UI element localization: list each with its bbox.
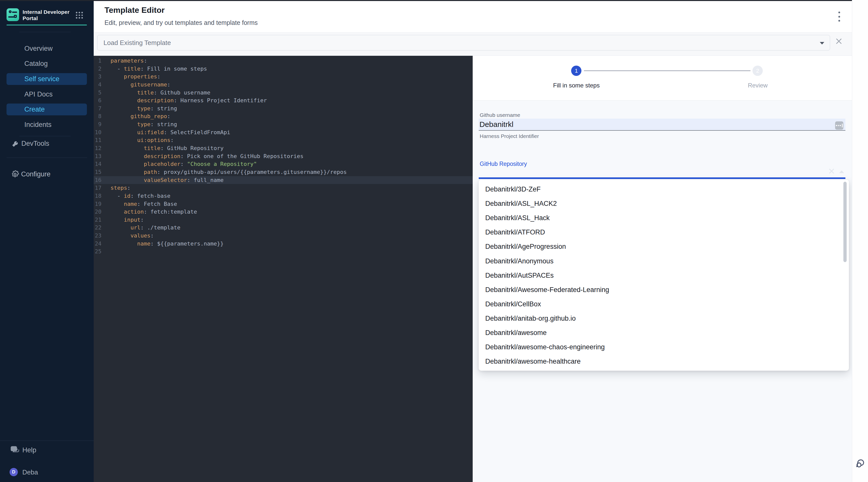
code-line: 24 name: ${{parameters.name}} bbox=[94, 240, 473, 248]
repo-option[interactable]: Debanitrkl/Awesome-Federated-Learning bbox=[479, 283, 849, 297]
line-number: 16 bbox=[94, 176, 101, 184]
github-repository-label: GitHub Repository bbox=[480, 160, 527, 168]
page-title: Template Editor bbox=[104, 5, 164, 15]
step-2-label: Review bbox=[720, 82, 796, 89]
repo-option[interactable]: Debanitrkl/ASL_Hack bbox=[479, 211, 849, 225]
sidebar-item-incidents[interactable]: Incidents bbox=[0, 117, 94, 132]
repo-option[interactable]: Debanitrkl/Anonymous bbox=[479, 254, 849, 268]
line-number: 15 bbox=[94, 168, 101, 176]
code-line: 15 path: proxy/github-api/users/{{parame… bbox=[94, 168, 473, 176]
step-1-circle: 1 bbox=[571, 66, 582, 76]
sidebar-nav: OverviewCatalogSelf serviceAPI DocsCreat… bbox=[0, 41, 94, 132]
stepper-connector bbox=[584, 70, 750, 71]
line-number: 3 bbox=[94, 72, 101, 81]
line-number: 8 bbox=[94, 112, 101, 120]
close-button[interactable] bbox=[835, 37, 843, 45]
code-line: 21 input: bbox=[94, 216, 473, 224]
line-number: 19 bbox=[94, 200, 101, 208]
svg-text:?: ? bbox=[13, 447, 14, 450]
editor-and-preview: 1parameters:2 - title: Fill in some step… bbox=[94, 56, 852, 482]
repo-option[interactable]: Debanitrkl/3D-ZeF bbox=[479, 182, 849, 197]
gear-icon bbox=[11, 170, 19, 178]
code-line: 14 placeholder: "Choose a Repository" bbox=[94, 160, 473, 168]
line-number: 5 bbox=[94, 89, 101, 97]
brand[interactable]: Internal Developer Portal bbox=[6, 8, 89, 21]
code-line: 5 title: Github username bbox=[94, 89, 473, 97]
autofill-manager-icon[interactable] bbox=[835, 121, 843, 130]
line-number: 24 bbox=[94, 240, 101, 248]
sidebar-item-label: Incidents bbox=[6, 119, 87, 131]
repo-option[interactable]: Debanitrkl/AgeProgression bbox=[479, 240, 849, 254]
line-number: 25 bbox=[94, 247, 101, 255]
sidebar-item-help[interactable]: ? Help bbox=[0, 444, 94, 456]
help-chat-icon: ? bbox=[10, 446, 19, 454]
line-number: 2 bbox=[94, 65, 101, 73]
code-line: 13 description: Pick one of the GitHub R… bbox=[94, 152, 473, 160]
template-load-bar: Load Existing Template bbox=[94, 33, 852, 56]
code-line: 4 gitusername: bbox=[94, 81, 473, 89]
sidebar-item-label: API Docs bbox=[6, 88, 87, 100]
yaml-code-editor[interactable]: 1parameters:2 - title: Fill in some step… bbox=[94, 56, 473, 482]
repo-option[interactable]: Debanitrkl/awesome-healthcare bbox=[479, 354, 849, 369]
code-line: 16 valueSelector: full_name bbox=[94, 176, 473, 184]
sidebar-item-api-docs[interactable]: API Docs bbox=[0, 87, 94, 102]
repo-option[interactable]: Debanitrkl/AutSPACEs bbox=[479, 268, 849, 283]
kebab-menu-icon[interactable] bbox=[836, 11, 842, 22]
code-line: 7 type: string bbox=[94, 104, 473, 113]
code-line: 2 - title: Fill in some steps bbox=[94, 65, 473, 73]
sidebar-item-catalog[interactable]: Catalog bbox=[0, 56, 94, 71]
dropdown-open-icon[interactable] bbox=[839, 170, 844, 173]
code-line: 8 github_repo: bbox=[94, 112, 473, 120]
load-template-select[interactable]: Load Existing Template bbox=[97, 35, 830, 51]
code-line: 19 name: Fetch Base bbox=[94, 200, 473, 208]
line-number: 12 bbox=[94, 144, 101, 152]
chat-widget-icon[interactable] bbox=[855, 457, 867, 470]
line-number: 22 bbox=[94, 224, 101, 232]
sidebar-item-overview[interactable]: Overview bbox=[0, 41, 94, 56]
sidebar-item-create[interactable]: Create bbox=[0, 102, 94, 117]
right-gutter bbox=[852, 0, 868, 482]
divider bbox=[6, 157, 87, 158]
line-number: 17 bbox=[94, 184, 101, 192]
repo-option[interactable]: Debanitrkl/anitab-org.github.io bbox=[479, 311, 849, 326]
load-template-placeholder: Load Existing Template bbox=[103, 39, 171, 47]
repo-options-list: Debanitrkl/3D-ZeFDebanitrkl/ASL_HACK2Deb… bbox=[479, 182, 849, 369]
repo-option[interactable]: Debanitrkl/awesome-chaos-engineering bbox=[479, 340, 849, 354]
repo-option[interactable]: Debanitrkl/ASL_HACK2 bbox=[479, 197, 849, 211]
code-line: 3 properties: bbox=[94, 72, 473, 81]
line-number: 18 bbox=[94, 192, 101, 200]
code-line: 23 values: bbox=[94, 232, 473, 240]
repo-option[interactable]: Debanitrkl/CellBox bbox=[479, 297, 849, 311]
repo-option[interactable]: Debanitrkl/ATFORD bbox=[479, 225, 849, 240]
line-number: 10 bbox=[94, 128, 101, 137]
sidebar-item-self-service[interactable]: Self service bbox=[0, 71, 94, 87]
window-top-edge bbox=[0, 0, 852, 1]
sidebar-item-label: Overview bbox=[6, 43, 87, 55]
sidebar-item-devtools[interactable]: DevTools bbox=[0, 136, 94, 151]
clear-icon[interactable] bbox=[828, 168, 835, 174]
sidebar: Internal Developer Portal OverviewCatalo… bbox=[0, 0, 94, 482]
form-zone: Github username Harness Project Identifi… bbox=[473, 100, 852, 482]
code-line: 18 - id: fetch-base bbox=[94, 192, 473, 200]
code-line: 10 ui:field: SelectFieldFromApi bbox=[94, 128, 473, 137]
sidebar-item-label: Self service bbox=[6, 73, 87, 85]
wrench-icon bbox=[12, 140, 19, 147]
line-number: 21 bbox=[94, 216, 101, 224]
popup-scrollbar[interactable] bbox=[843, 182, 847, 262]
line-number: 14 bbox=[94, 160, 101, 168]
code-line: 1parameters: bbox=[94, 57, 473, 65]
sidebar-item-configure[interactable]: Configure bbox=[0, 167, 94, 182]
line-number: 9 bbox=[94, 120, 101, 128]
code-line: 17steps: bbox=[94, 184, 473, 192]
repo-select-focus-underline bbox=[479, 177, 845, 179]
brand-title: Internal Developer Portal bbox=[23, 9, 75, 21]
repo-options-popup: Debanitrkl/3D-ZeFDebanitrkl/ASL_HACK2Deb… bbox=[479, 180, 849, 371]
apps-grid-icon[interactable] bbox=[76, 12, 83, 19]
sidebar-user[interactable]: D Deba bbox=[0, 467, 94, 478]
code-line: 9 type: string bbox=[94, 120, 473, 128]
chevron-down-icon bbox=[820, 42, 824, 44]
page-header: Template Editor Edit, preview, and try o… bbox=[94, 1, 852, 33]
repo-option[interactable]: Debanitrkl/awesome bbox=[479, 326, 849, 340]
github-username-input[interactable] bbox=[479, 119, 845, 131]
code-line: 6 description: Harness Project Identifie… bbox=[94, 96, 473, 104]
